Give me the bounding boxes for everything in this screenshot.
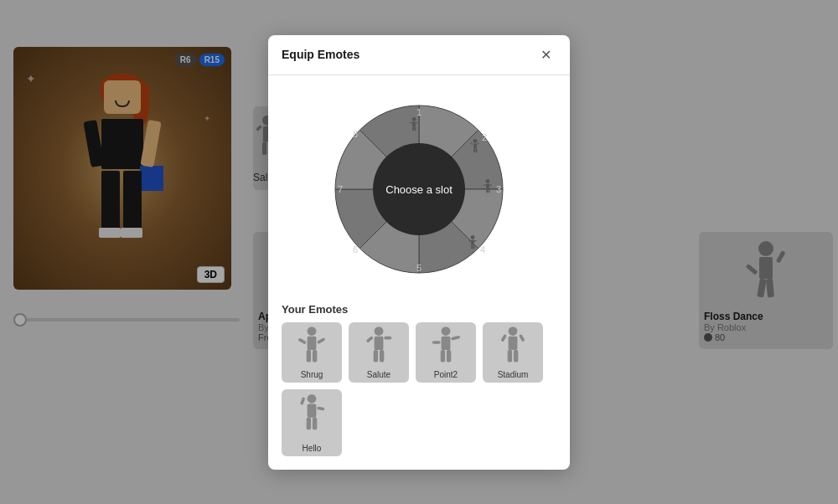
modal-header: Equip Emotes ✕ [268,35,570,75]
point2-thumb-figure [431,326,461,368]
svg-rect-82 [509,336,518,349]
svg-point-30 [373,143,465,235]
stadium-thumb-figure [498,326,528,368]
svg-rect-70 [375,336,384,349]
emotes-row: Shrug Salute [282,322,556,383]
svg-point-81 [509,327,518,336]
emote-point2-name: Point2 [434,370,458,379]
emote-point2[interactable]: Point2 [416,322,476,383]
svg-rect-79 [441,350,445,362]
svg-rect-46 [473,143,477,148]
svg-point-45 [473,139,478,143]
svg-rect-68 [313,350,317,362]
svg-rect-41 [410,122,412,123]
svg-text:4: 4 [480,244,485,255]
svg-rect-44 [415,126,416,131]
svg-point-87 [308,393,317,403]
svg-rect-88 [308,404,317,417]
emote-wheel-svg: 1 2 3 4 5 6 7 8 [318,89,520,290]
svg-point-51 [486,179,490,183]
svg-rect-50 [476,148,478,152]
wheel-container: 1 2 3 4 5 6 7 8 [282,89,556,290]
svg-rect-61 [471,244,473,249]
svg-rect-56 [489,188,490,193]
svg-rect-84 [519,333,525,342]
svg-rect-58 [471,239,474,244]
equip-emotes-modal: Equip Emotes ✕ [268,35,570,470]
svg-text:8: 8 [353,129,358,139]
emote-shrug[interactable]: Shrug [282,322,342,383]
svg-text:3: 3 [496,184,501,194]
modal-title: Equip Emotes [282,48,360,61]
emote-hello-name: Hello [303,444,322,453]
svg-text:2: 2 [482,132,487,142]
svg-rect-65 [298,337,307,344]
emote-salute-name: Salute [367,370,391,379]
your-emotes-label: Your Emotes [282,303,556,316]
modal-overlay[interactable]: Equip Emotes ✕ [0,0,838,504]
wheel-wrapper: 1 2 3 4 5 6 7 8 [318,89,520,290]
svg-point-57 [471,235,475,239]
emote-stadium[interactable]: Stadium [483,322,543,383]
svg-rect-43 [412,126,414,131]
svg-rect-52 [486,183,489,188]
svg-rect-83 [500,333,507,342]
svg-rect-76 [442,336,451,349]
svg-point-69 [375,327,384,336]
emote-hello[interactable]: Hello [282,389,342,456]
modal-body: 1 2 3 4 5 6 7 8 [268,75,570,470]
svg-rect-42 [416,122,418,123]
salute-thumb-figure [364,326,394,368]
svg-rect-86 [514,350,518,362]
svg-rect-64 [308,336,317,349]
svg-text:5: 5 [416,263,422,273]
svg-rect-85 [508,350,512,362]
shrug-thumb-figure [297,326,327,368]
svg-point-63 [308,327,317,336]
svg-rect-91 [307,417,311,429]
svg-rect-89 [300,397,305,405]
svg-rect-90 [317,406,324,410]
svg-rect-66 [317,337,325,343]
svg-rect-67 [307,350,311,362]
svg-rect-54 [489,184,492,185]
svg-rect-49 [473,148,475,152]
svg-text:1: 1 [416,107,422,117]
svg-point-39 [412,117,416,121]
svg-text:6: 6 [353,244,358,255]
svg-rect-40 [412,121,416,126]
svg-rect-72 [384,336,391,339]
svg-point-75 [442,327,451,336]
svg-rect-73 [374,350,378,362]
svg-rect-77 [432,341,441,344]
hello-thumb-figure [297,393,327,440]
svg-rect-71 [366,336,374,343]
emotes-row-2: Hello [282,389,556,456]
svg-rect-55 [486,188,488,193]
svg-rect-53 [484,184,486,185]
svg-rect-80 [447,350,451,362]
emote-stadium-name: Stadium [498,370,529,379]
modal-close-button[interactable]: ✕ [535,45,556,64]
svg-text:7: 7 [338,184,343,194]
emote-shrug-name: Shrug [301,370,323,379]
emote-salute[interactable]: Salute [349,322,409,383]
svg-rect-92 [313,417,317,429]
svg-rect-62 [473,244,475,249]
svg-rect-74 [380,350,384,362]
svg-rect-78 [451,335,460,340]
